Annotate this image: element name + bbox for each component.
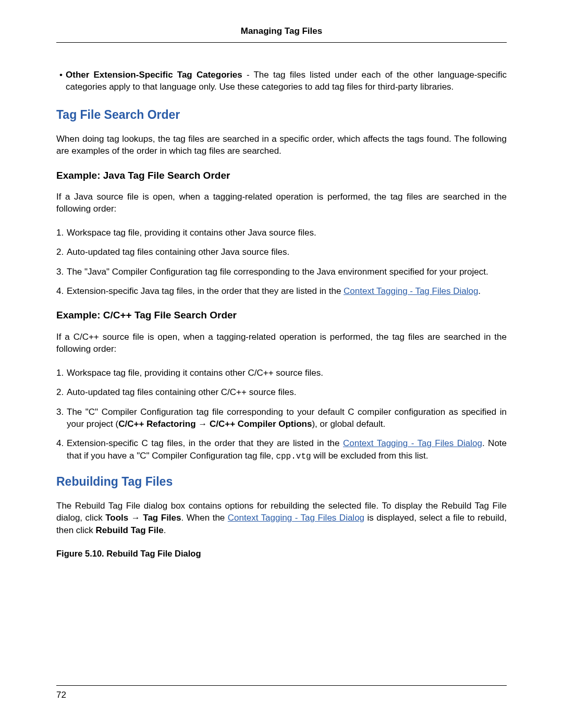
list-item: 4. Extension-specific C tag files, in th… bbox=[67, 437, 507, 462]
cpp-order-list: 1. Workspace tag file, providing it cont… bbox=[56, 367, 507, 462]
para-mid: . When the bbox=[181, 513, 228, 523]
figure-caption: Figure 5.10. Rebuild Tag File Dialog bbox=[56, 548, 507, 560]
header-title: Managing Tag Files bbox=[56, 25, 507, 37]
page: Managing Tag Files • Other Extension-Spe… bbox=[0, 0, 563, 728]
list-item: 2. Auto-updated tag files containing oth… bbox=[67, 386, 507, 398]
bold-text: C/C++ Compiler Options bbox=[210, 419, 312, 429]
list-number: 1. bbox=[56, 227, 66, 239]
list-item: 3. The "C" Compiler Configuration tag fi… bbox=[67, 406, 507, 430]
list-item: 1. Workspace tag file, providing it cont… bbox=[67, 227, 507, 239]
list-text-pre: Extension-specific Java tag files, in th… bbox=[67, 286, 344, 296]
bold-text: Rebuild Tag File bbox=[96, 525, 164, 535]
section1-intro: When doing tag lookups, the tag files ar… bbox=[56, 133, 507, 157]
list-item: 2. Auto-updated tag files containing oth… bbox=[67, 246, 507, 258]
section-tag-file-search-order-heading: Tag File Search Order bbox=[56, 107, 507, 124]
bullet-other-extensions: • Other Extension-Specific Tag Categorie… bbox=[56, 69, 507, 93]
list-number: 1. bbox=[56, 367, 66, 379]
list-text: The "Java" Compiler Configuration tag fi… bbox=[67, 267, 488, 277]
list-number: 2. bbox=[56, 386, 66, 398]
code-text: cpp.vtg bbox=[276, 452, 311, 461]
section-rebuilding-tag-files-heading: Rebuilding Tag Files bbox=[56, 474, 507, 490]
list-number: 4. bbox=[56, 437, 66, 449]
list-text-pre: Extension-specific C tag files, in the o… bbox=[67, 438, 343, 448]
list-number: 3. bbox=[56, 406, 66, 418]
page-number: 72 bbox=[56, 690, 66, 700]
bullet-marker-icon: • bbox=[56, 69, 66, 93]
example-java-heading: Example: Java Tag File Search Order bbox=[56, 169, 507, 182]
context-tagging-link[interactable]: Context Tagging - Tag Files Dialog bbox=[344, 286, 478, 296]
list-item: 1. Workspace tag file, providing it cont… bbox=[67, 367, 507, 379]
list-text-post: . bbox=[478, 286, 481, 296]
bullet-label: Other Extension-Specific Tag Categories bbox=[66, 70, 242, 80]
list-item: 3. The "Java" Compiler Configuration tag… bbox=[67, 266, 507, 278]
page-header: Managing Tag Files bbox=[56, 25, 507, 39]
para-post: . bbox=[164, 525, 166, 535]
bullet-body: Other Extension-Specific Tag Categories … bbox=[66, 69, 507, 93]
rebuilding-paragraph: The Rebuild Tag File dialog box contains… bbox=[56, 500, 507, 536]
example-cpp-intro: If a C/C++ source file is open, when a t… bbox=[56, 331, 507, 355]
example-cpp-heading: Example: C/C++ Tag File Search Order bbox=[56, 309, 507, 322]
list-text-post: ), or global default. bbox=[312, 419, 385, 429]
list-text: Workspace tag file, providing it contain… bbox=[67, 228, 316, 238]
bold-text: Tools bbox=[105, 513, 128, 523]
list-item: 4. Extension-specific Java tag files, in… bbox=[67, 285, 507, 297]
header-rule bbox=[56, 42, 507, 43]
bold-text: C/C++ Refactoring bbox=[118, 419, 195, 429]
list-text: Auto-updated tag files containing other … bbox=[67, 247, 289, 257]
example-java-intro: If a Java source file is open, when a ta… bbox=[56, 191, 507, 215]
arrow-icon: → bbox=[196, 419, 210, 429]
footer-rule: 72 bbox=[56, 685, 507, 701]
list-text: Workspace tag file, providing it contain… bbox=[67, 368, 323, 378]
arrow-icon: → bbox=[128, 513, 143, 523]
bold-text: Tag Files bbox=[143, 513, 181, 523]
list-number: 3. bbox=[56, 266, 66, 278]
list-text-post: will be excluded from this list. bbox=[311, 451, 429, 461]
list-number: 2. bbox=[56, 246, 66, 258]
page-footer: 72 bbox=[56, 685, 507, 701]
list-number: 4. bbox=[56, 285, 66, 297]
java-order-list: 1. Workspace tag file, providing it cont… bbox=[56, 227, 507, 298]
context-tagging-link[interactable]: Context Tagging - Tag Files Dialog bbox=[343, 438, 482, 448]
list-text: Auto-updated tag files containing other … bbox=[67, 387, 296, 397]
context-tagging-link[interactable]: Context Tagging - Tag Files Dialog bbox=[228, 513, 364, 523]
